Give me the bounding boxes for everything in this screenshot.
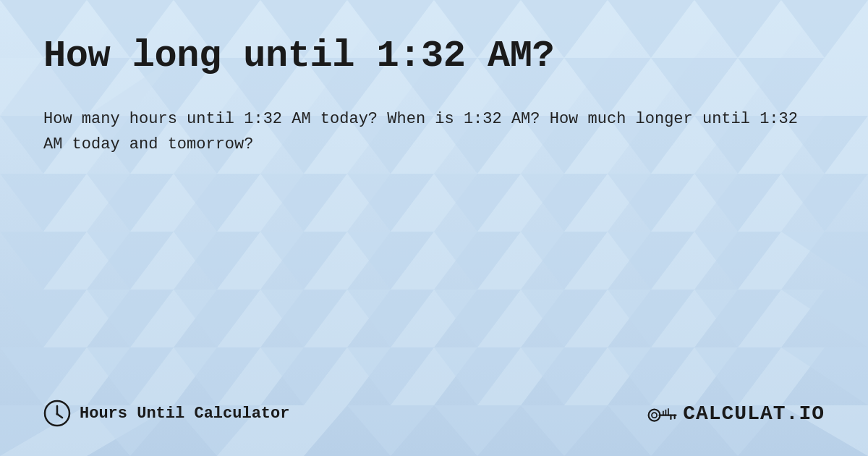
logo-text: CALCULAT.IO: [683, 402, 825, 425]
footer: Hours Until Calculator CALCULAT.IO: [43, 385, 825, 427]
svg-point-152: [56, 413, 59, 415]
page-description: How many hours until 1:32 AM today? When…: [43, 106, 803, 157]
svg-point-153: [649, 410, 660, 421]
brand-title: Hours Until Calculator: [80, 405, 289, 423]
brand-section: Hours Until Calculator: [43, 400, 289, 427]
page-title: How long until 1:32 AM?: [43, 35, 825, 77]
svg-point-154: [652, 413, 657, 418]
clock-icon: [43, 400, 71, 427]
main-content: How long until 1:32 AM? How many hours u…: [43, 35, 825, 385]
logo-icon: [647, 400, 678, 426]
logo-area: CALCULAT.IO: [647, 400, 825, 426]
